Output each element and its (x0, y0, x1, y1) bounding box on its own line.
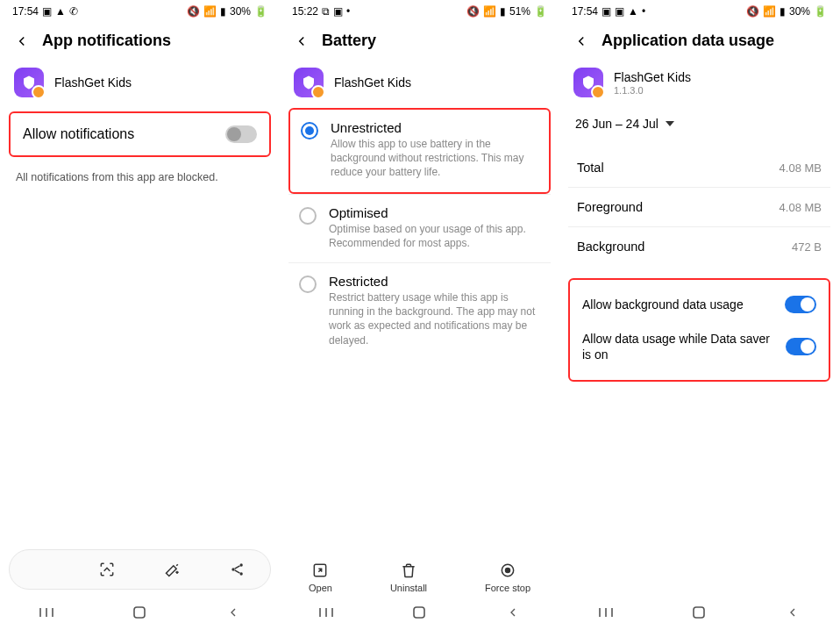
bottom-pill-bar (9, 549, 271, 590)
wifi-icon: 📶 (483, 6, 496, 17)
period-selector[interactable]: 26 Jun – 24 Jul (559, 108, 839, 138)
nav-home[interactable] (120, 604, 159, 621)
album-icon: ▣ (333, 6, 343, 17)
camera-icon: ⧉ (322, 6, 330, 17)
share-icon[interactable] (220, 556, 255, 583)
chevron-down-icon (666, 121, 674, 126)
radio-desc: Optimise based on your usage of this app… (329, 222, 540, 250)
scan-icon[interactable] (89, 556, 125, 583)
header: Battery (280, 19, 559, 62)
mute-icon: 🔇 (746, 6, 759, 17)
back-button[interactable] (294, 33, 310, 49)
radio-desc: Restrict battery usage while this app is… (329, 290, 540, 347)
radio-icon[interactable] (301, 122, 318, 140)
radio-title: Restricted (329, 274, 540, 289)
app-row[interactable]: FlashGet Kids 1.1.3.0 (559, 62, 839, 108)
nav-bar (559, 600, 839, 625)
nav-back[interactable] (214, 604, 253, 621)
back-button[interactable] (573, 33, 589, 49)
usage-key: Total (577, 161, 604, 175)
battery-options-card: Unrestricted Allow this app to use batte… (288, 108, 551, 360)
page-title: Application data usage (602, 32, 774, 50)
status-bar: 15:22 ⧉ ▣ • 🔇 📶 ▮ 51% 🔋 (280, 0, 559, 19)
uninstall-button[interactable]: Uninstall (390, 562, 427, 593)
radio-title: Unrestricted (331, 120, 538, 135)
app-name: FlashGet Kids (54, 75, 132, 89)
mute-icon: 🔇 (466, 6, 480, 17)
radio-unrestricted[interactable]: Unrestricted Allow this app to use batte… (288, 108, 551, 194)
radio-icon[interactable] (299, 207, 317, 225)
radio-title: Optimised (329, 205, 540, 220)
battery-icon: 🔋 (254, 6, 267, 17)
data-switches-card: Allow background data usage Allow data u… (568, 278, 830, 382)
switch-label: Allow background data usage (582, 297, 744, 312)
radio-desc: Allow this app to use battery in the bac… (331, 137, 538, 180)
allow-notifications-row[interactable]: Allow notifications (9, 111, 271, 157)
status-time: 17:54 (572, 5, 598, 18)
nav-recents[interactable] (307, 604, 345, 621)
action-bar: Open Uninstall Force stop (280, 562, 559, 593)
usage-background: Background 472 B (568, 227, 830, 266)
mute-icon: 🔇 (187, 6, 200, 17)
app-row[interactable]: FlashGet Kids (280, 62, 559, 108)
svg-point-9 (506, 569, 510, 573)
status-bar: 17:54 ▣ ▣ ▲ • 🔇 📶 ▮ 30% 🔋 (559, 0, 839, 19)
nav-home[interactable] (680, 604, 718, 621)
action-label: Uninstall (390, 583, 427, 593)
switch-background-data[interactable]: Allow background data usage (575, 287, 823, 322)
switch-toggle[interactable] (785, 296, 816, 313)
status-bar: 17:54 ▣ ▲ ✆ 🔇 📶 ▮ 30% 🔋 (0, 0, 280, 19)
switch-toggle[interactable] (786, 338, 816, 355)
album-icon: ▣ (602, 6, 611, 17)
page-title: App notifications (42, 32, 171, 50)
nav-recents[interactable] (27, 604, 66, 621)
app-name: FlashGet Kids (614, 70, 691, 84)
app-icon (14, 68, 44, 97)
open-button[interactable]: Open (309, 562, 332, 593)
app-name: FlashGet Kids (334, 75, 411, 89)
battery-icon: 🔋 (814, 6, 827, 17)
switch-label: Allow data usage while Data saver is on (582, 331, 775, 362)
app-row[interactable]: FlashGet Kids (0, 62, 280, 108)
action-label: Force stop (485, 583, 530, 593)
edit-icon[interactable] (155, 556, 190, 583)
nav-bar (280, 600, 559, 625)
status-time: 15:22 (292, 5, 318, 18)
album-icon: ▣ (615, 6, 624, 17)
battery-icon: 🔋 (534, 6, 547, 17)
usage-list: Total 4.08 MB Foreground 4.08 MB Backgro… (568, 148, 830, 266)
nav-back[interactable] (494, 604, 532, 621)
battery-pct: 30% (230, 5, 251, 18)
usage-key: Foreground (577, 200, 643, 214)
usage-foreground: Foreground 4.08 MB (568, 188, 830, 227)
app-icon (573, 68, 603, 97)
allow-notifications-toggle[interactable] (225, 125, 257, 143)
usage-key: Background (577, 240, 644, 254)
radio-icon[interactable] (299, 276, 317, 293)
header: Application data usage (559, 19, 839, 62)
phone-notifications: 17:54 ▣ ▲ ✆ 🔇 📶 ▮ 30% 🔋 App notification… (0, 0, 280, 630)
usage-total: Total 4.08 MB (568, 148, 830, 188)
back-button[interactable] (14, 33, 30, 49)
battery-pct: 51% (509, 5, 530, 18)
force-stop-button[interactable]: Force stop (485, 562, 530, 593)
radio-optimised[interactable]: Optimised Optimise based on your usage o… (288, 194, 551, 262)
nav-recents[interactable] (587, 604, 625, 621)
signal-icon: ▮ (500, 6, 506, 17)
usage-val: 4.08 MB (779, 201, 822, 214)
signal-icon: ▮ (220, 6, 226, 17)
svg-rect-17 (694, 607, 704, 618)
period-label: 26 Jun – 24 Jul (575, 117, 658, 131)
app-icon (294, 68, 324, 97)
nav-back[interactable] (773, 604, 812, 621)
usage-val: 4.08 MB (779, 161, 822, 175)
nav-home[interactable] (400, 604, 438, 621)
phone-data-usage: 17:54 ▣ ▣ ▲ • 🔇 📶 ▮ 30% 🔋 Application da… (559, 0, 839, 630)
phone-battery: 15:22 ⧉ ▣ • 🔇 📶 ▮ 51% 🔋 Battery (280, 0, 559, 630)
switch-data-saver[interactable]: Allow data usage while Data saver is on (575, 322, 823, 371)
usage-val: 472 B (792, 240, 822, 254)
wifi-icon: 📶 (763, 6, 776, 17)
radio-restricted[interactable]: Restricted Restrict battery usage while … (288, 262, 551, 360)
warning-icon: ▲ (628, 6, 638, 17)
page-title: Battery (322, 32, 376, 50)
